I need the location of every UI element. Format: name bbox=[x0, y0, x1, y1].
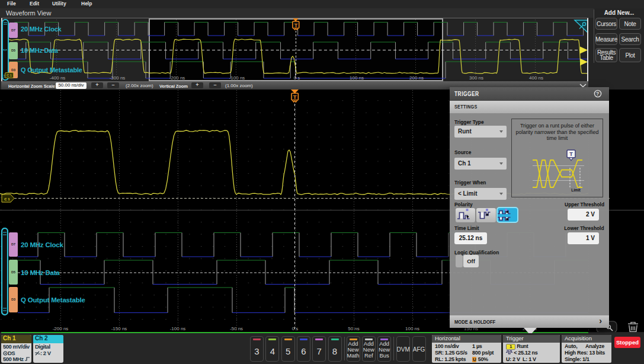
svg-text:T: T bbox=[569, 151, 573, 157]
svg-text:T: T bbox=[293, 94, 297, 100]
svg-text:T: T bbox=[294, 23, 298, 28]
svg-text:C 1: C 1 bbox=[4, 197, 10, 201]
svg-text:?: ? bbox=[596, 91, 600, 97]
svg-text:Limit: Limit bbox=[571, 188, 581, 192]
